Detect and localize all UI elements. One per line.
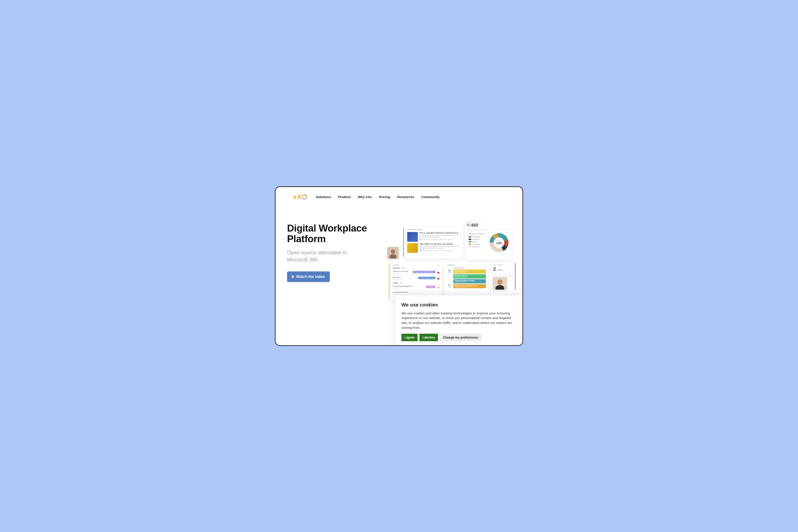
points-title: WEEKLY POINTS bbox=[469, 233, 485, 235]
tasks-section-name: Today bbox=[393, 282, 398, 284]
flag-icon: ⚑ bbox=[437, 286, 439, 288]
agenda-event[interactable]: Website follow up10:00 AM - 11:00 AM bbox=[453, 274, 486, 279]
watch-video-label: Watch the video bbox=[296, 274, 325, 279]
agenda-day-num: 21 bbox=[447, 284, 452, 286]
news-date: Jan 12, 2021 bbox=[439, 239, 447, 240]
orders-card: My Orders 2 orders bbox=[491, 262, 514, 274]
agenda-event[interactable]: Internal Comm brainstorming7:30 AM - 9:3… bbox=[453, 284, 486, 288]
tasks-card: TASKS + Overdue 2 Define the site map28-… bbox=[391, 262, 442, 300]
site-logo[interactable]: e X bbox=[293, 193, 308, 201]
news-author: Freddie Anderson bbox=[422, 250, 433, 251]
browser-frame: e X Solutions Product Why eXo Pricing Re… bbox=[275, 186, 523, 346]
task-pill: Content bbox=[426, 286, 435, 288]
task-date: 28-1-2021 bbox=[393, 287, 414, 289]
cookie-agree-button[interactable]: I agree bbox=[402, 334, 417, 341]
news-views: 20 Views bbox=[448, 239, 453, 240]
add-agenda-button[interactable]: + bbox=[484, 264, 486, 267]
main-nav: Solutions Product Why eXo Pricing Resour… bbox=[316, 195, 440, 199]
task-name: Knowledge Management ... bbox=[393, 285, 414, 287]
wallet-symbol: M bbox=[467, 223, 470, 228]
orders-label: My Orders bbox=[493, 264, 512, 266]
exo-logo-icon: e X bbox=[293, 193, 308, 201]
nav-resources[interactable]: Resources bbox=[397, 195, 414, 199]
event-title: Videos/Animations briefing bbox=[454, 280, 485, 281]
news-item-headline: EXO 6, OUR BEST PRODUCT VERSION IN 10 ..… bbox=[420, 232, 460, 234]
accent-bar-green bbox=[403, 228, 404, 257]
task-date: 28-1-2021 bbox=[393, 293, 407, 295]
points-legend: Attendance Teamwork Social Knowledge Fee… bbox=[469, 236, 485, 247]
task-row[interactable]: Benchmark testing28-1-2021 bbox=[393, 290, 439, 296]
donut-total-label: Total bbox=[497, 240, 501, 242]
task-name: Define the site map bbox=[393, 270, 408, 272]
wallet-value: 480 bbox=[471, 223, 478, 228]
news-thumb-icon bbox=[407, 243, 418, 253]
play-icon bbox=[292, 275, 294, 278]
legend-swatch-icon bbox=[469, 246, 471, 247]
news-item-1[interactable]: EXO 6, OUR BEST PRODUCT VERSION IN 10 ..… bbox=[407, 232, 460, 242]
event-time: 10:00 AM - 11:00 AM bbox=[454, 277, 485, 278]
cookie-decline-button[interactable]: I decline bbox=[420, 334, 438, 341]
svg-text:X: X bbox=[297, 193, 301, 200]
points-card: WEEKLY POINTS Attendance Teamwork Social… bbox=[466, 231, 512, 260]
task-pill: Project New Website 2021 bbox=[413, 271, 435, 273]
tasks-section-name: Overdue bbox=[393, 267, 400, 269]
tasks-section-count: 2 bbox=[399, 282, 403, 284]
avatar-dot-icon bbox=[420, 250, 421, 251]
agenda-weekday: THU bbox=[447, 286, 452, 288]
nav-pricing[interactable]: Pricing bbox=[379, 195, 390, 199]
legend-swatch-icon bbox=[469, 236, 471, 238]
task-row[interactable]: HR Addon28-1-2021 Human Resources⚑ bbox=[393, 275, 439, 281]
cookie-title: We use cookies bbox=[402, 302, 518, 308]
agenda-weekday: WED bbox=[447, 272, 452, 273]
task-row[interactable]: Knowledge Management ...28-1-2021 Conten… bbox=[393, 284, 439, 290]
task-name: Benchmark testing bbox=[393, 291, 407, 293]
event-time: 8:00 AM - 9:15 AM bbox=[454, 272, 485, 273]
tasks-section-count: 2 bbox=[401, 267, 405, 269]
cookie-banner: We use cookies We use cookies and other … bbox=[395, 296, 522, 345]
cookie-prefs-button[interactable]: Change my preferences bbox=[440, 334, 481, 341]
task-date: 28-1-2021 bbox=[393, 279, 401, 280]
legend-label: Attendance bbox=[472, 236, 480, 238]
news-item-body: After a successful graduate recruitment … bbox=[420, 246, 460, 249]
event-time: 7:30 AM - 9:30 AM bbox=[454, 286, 485, 288]
nav-community[interactable]: Community bbox=[421, 195, 440, 199]
site-header: e X Solutions Product Why eXo Pricing Re… bbox=[276, 187, 522, 201]
task-name: HR Addon bbox=[393, 276, 401, 278]
nav-solutions[interactable]: Solutions bbox=[316, 195, 331, 199]
tasks-title: TASKS bbox=[393, 264, 439, 266]
legend-label: Feedback bbox=[472, 246, 479, 247]
news-date: Jan 6, 2021 bbox=[439, 250, 446, 251]
legend-swatch-icon bbox=[469, 244, 471, 245]
agenda-event[interactable]: Sales enablement8:00 AM - 9:15 AM bbox=[453, 269, 486, 274]
flag-icon: ⚑ bbox=[437, 271, 439, 273]
agenda-event[interactable]: Videos/Animations briefing1:00 PM - 2:30… bbox=[453, 279, 486, 283]
event-title: Sales enablement bbox=[454, 270, 485, 272]
task-date: 28-1-2021 bbox=[393, 272, 408, 274]
accent-bar-yellow bbox=[389, 263, 389, 299]
legend-swatch-icon bbox=[469, 241, 471, 242]
flag-icon: ⚑ bbox=[437, 277, 439, 279]
news-item-2[interactable]: WELCOME TO OUR NEW COLLEGUES After a suc… bbox=[407, 243, 460, 253]
nav-product[interactable]: Product bbox=[338, 195, 351, 199]
avatar-user2 bbox=[493, 277, 507, 290]
wallet-card: My Wallet M 480 bbox=[465, 221, 487, 229]
task-row[interactable]: Define the site map28-1-2021 Project New… bbox=[393, 269, 439, 275]
agenda-card: AGENDA + January 2021 20 WED Sales enabl… bbox=[445, 262, 488, 296]
hero-copy: Digital Workplace Platform Open-source a… bbox=[276, 223, 399, 282]
legend-label: Teamwork bbox=[472, 239, 480, 240]
orders-value: 2 bbox=[493, 266, 496, 272]
legend-label: Knowledge bbox=[472, 244, 480, 245]
task-pill: Human Resources bbox=[418, 277, 435, 279]
event-time: 1:00 PM - 2:30 PM bbox=[454, 281, 485, 283]
news-item-body: A reminder of our last release and a pre… bbox=[420, 234, 460, 238]
svg-point-4 bbox=[391, 249, 395, 254]
add-task-button[interactable]: + bbox=[438, 264, 439, 267]
agenda-title: AGENDA bbox=[447, 264, 486, 266]
agenda-day: 20 WED Sales enablement8:00 AM - 9:15 AM… bbox=[447, 269, 486, 283]
nav-why-exo[interactable]: Why eXo bbox=[358, 195, 372, 199]
news-title: LATESET NEWS bbox=[407, 229, 460, 231]
orders-unit: orders bbox=[497, 269, 503, 271]
watch-video-button[interactable]: Watch the video bbox=[287, 271, 330, 282]
avatar-user1 bbox=[387, 247, 399, 259]
event-title: Website follow up bbox=[454, 275, 485, 277]
